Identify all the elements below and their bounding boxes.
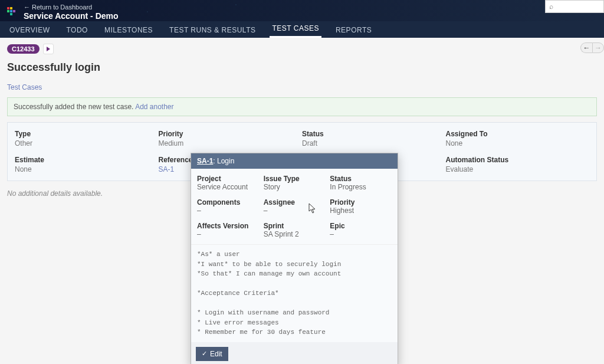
top-bar: ← Return to Dashboard Service Account - … bbox=[0, 0, 604, 21]
tab-reports[interactable]: REPORTS bbox=[333, 22, 374, 38]
page-title: Successfully login bbox=[7, 61, 597, 74]
info-estimate: Estimate None bbox=[15, 156, 159, 173]
pop-components: Components– bbox=[197, 198, 259, 204]
tab-milestones[interactable]: MILESTONES bbox=[102, 22, 155, 38]
app-logo bbox=[7, 7, 15, 15]
testcase-id-chip[interactable]: C12433 bbox=[7, 44, 40, 54]
info-status: Status Draft bbox=[302, 130, 446, 147]
add-another-link[interactable]: Add another bbox=[135, 103, 173, 111]
nav-bar: OVERVIEW TODO MILESTONES TEST RUNS & RES… bbox=[0, 21, 604, 38]
pop-priority: PriorityHighest bbox=[330, 198, 392, 204]
popover-issue-key[interactable]: SA-1 bbox=[197, 157, 213, 165]
issue-popover: SA-1: Login ProjectService Account Issue… bbox=[191, 153, 398, 204]
search-icon: ⌕ bbox=[549, 2, 553, 11]
info-type: Type Other bbox=[15, 130, 159, 147]
pop-assignee: Assignee– bbox=[264, 198, 326, 204]
info-assigned: Assigned To None bbox=[446, 130, 590, 147]
project-title: Service Account - Demo bbox=[24, 11, 119, 21]
history-nav: ← → bbox=[580, 42, 604, 53]
search-input[interactable]: ⌕ bbox=[545, 0, 604, 13]
tab-testcases[interactable]: TEST CASES bbox=[270, 21, 321, 38]
info-priority: Priority Medium bbox=[159, 130, 303, 147]
run-icon-button[interactable] bbox=[43, 44, 54, 54]
return-to-dashboard-link[interactable]: ← Return to Dashboard bbox=[24, 4, 119, 11]
popover-header: SA-1: Login bbox=[191, 153, 398, 169]
pop-status: StatusIn Progress bbox=[330, 175, 392, 191]
alert-message: Successfully added the new test case. bbox=[14, 103, 135, 111]
history-forward-button[interactable]: → bbox=[592, 42, 604, 53]
tab-testruns[interactable]: TEST RUNS & RESULTS bbox=[167, 22, 258, 38]
history-back-button[interactable]: ← bbox=[580, 42, 592, 53]
breadcrumb-testcases[interactable]: Test Cases bbox=[7, 83, 597, 91]
info-automation-status: Automation Status Evaluate bbox=[446, 156, 590, 173]
success-alert: Successfully added the new test case. Ad… bbox=[7, 97, 597, 116]
tab-overview[interactable]: OVERVIEW bbox=[7, 22, 52, 38]
pop-issuetype: Issue TypeStory bbox=[264, 175, 326, 191]
pop-project: ProjectService Account bbox=[197, 175, 259, 191]
tab-todo[interactable]: TODO bbox=[64, 22, 90, 38]
